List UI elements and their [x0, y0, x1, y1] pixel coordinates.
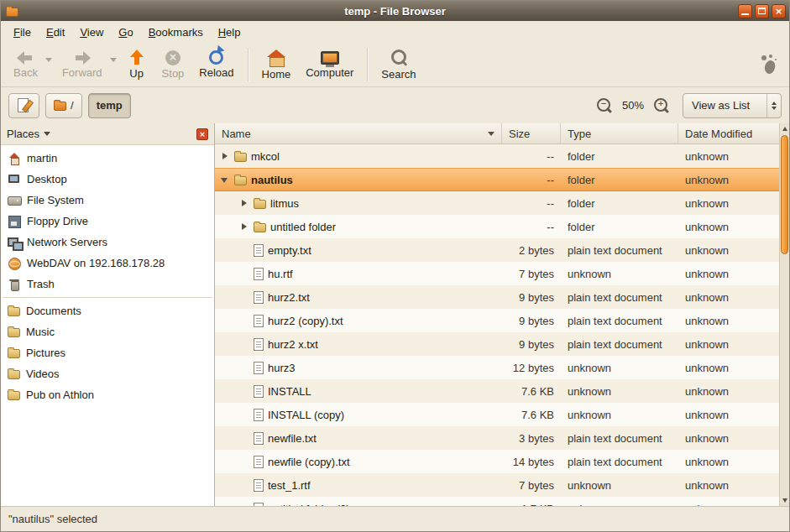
toolbar-button-back[interactable]: Back: [6, 43, 45, 86]
stepper-down-icon: [772, 107, 777, 110]
file-modified: unknown: [678, 473, 779, 497]
file-row[interactable]: hurz2.txt9 bytesplain text documentunkno…: [215, 285, 779, 309]
file-icon: [254, 456, 264, 468]
file-row[interactable]: mkcol--folderunknown: [215, 144, 779, 168]
file-list-pane: NameSizeTypeDate Modified mkcol--folderu…: [215, 123, 789, 506]
vertical-scrollbar[interactable]: [779, 123, 789, 506]
column-header-date-modified[interactable]: Date Modified: [678, 123, 779, 143]
file-row[interactable]: INSTALL (copy)7.6 KBunknownunknown: [215, 403, 779, 426]
sidebar-item-webdav-on-192-168-178-28[interactable]: WebDAV on 192.168.178.28: [1, 253, 214, 274]
menu-item-label: elp: [226, 26, 240, 39]
scrollbar-track[interactable]: [780, 134, 789, 495]
file-name: INSTALL: [268, 385, 311, 398]
folder-icon: [8, 370, 20, 379]
column-dropdown-icon[interactable]: [488, 132, 494, 136]
menu-help[interactable]: Help: [211, 23, 249, 42]
sidebar-item-trash[interactable]: Trash: [1, 274, 214, 295]
file-row[interactable]: hurz2 x.txt9 bytesplain text documentunk…: [215, 332, 779, 356]
column-header-type[interactable]: Type: [561, 123, 678, 143]
expander-open-icon[interactable]: [220, 175, 230, 185]
file-type: folder: [561, 168, 678, 191]
file-row[interactable]: hurz312 bytesunknownunknown: [215, 356, 779, 379]
expander-closed-icon[interactable]: [239, 198, 249, 208]
file-row[interactable]: litmus--folderunknown: [215, 191, 779, 215]
file-browser-window: temp - File Browser FileEditViewGoBookma…: [0, 0, 790, 532]
network-icon: [8, 236, 21, 249]
file-icon: [254, 479, 264, 492]
close-sidebar-button[interactable]: [196, 128, 208, 140]
file-icon: [254, 268, 264, 280]
view-mode-select[interactable]: View as List: [683, 93, 782, 118]
file-name-cell: hurz2 x.txt: [215, 332, 502, 356]
toolbar-button-stop[interactable]: Stop: [154, 43, 192, 86]
expander-closed-icon[interactable]: [239, 222, 249, 232]
sidebar-item-pictures[interactable]: Pictures: [1, 342, 214, 363]
toolbar-button-search[interactable]: Search: [374, 43, 423, 86]
close-button[interactable]: [772, 4, 786, 18]
sidebar-item-music[interactable]: Music: [1, 321, 214, 342]
folder-icon: [254, 223, 266, 232]
maximize-button[interactable]: [755, 4, 769, 18]
folder-icon: [234, 176, 247, 185]
toolbar-button-reload[interactable]: Reload: [191, 43, 241, 86]
sidebar-item-floppy-drive[interactable]: Floppy Drive: [1, 211, 214, 232]
scroll-up-button[interactable]: [780, 123, 789, 134]
column-headers: NameSizeTypeDate Modified: [215, 123, 779, 144]
places-header[interactable]: Places: [1, 123, 214, 145]
menu-go[interactable]: Go: [111, 23, 140, 42]
file-type: plain text document: [561, 238, 678, 262]
file-icon: [254, 362, 264, 374]
scrollbar-thumb[interactable]: [781, 135, 788, 254]
main-area: Places martinDesktopFile SystemFloppy Dr…: [1, 123, 789, 506]
minimize-button[interactable]: [738, 4, 752, 18]
path-button-root[interactable]: /: [45, 93, 82, 118]
toolbar-button-forward[interactable]: Forward: [55, 43, 110, 86]
zoom-in-button[interactable]: [651, 96, 672, 116]
path-button-current[interactable]: temp: [88, 93, 131, 118]
toolbar-button-up[interactable]: Up: [119, 43, 154, 86]
zoom-out-button[interactable]: [594, 96, 615, 116]
file-row[interactable]: newfile (copy).txt14 bytesplain text doc…: [215, 450, 779, 473]
sidebar-item-martin[interactable]: martin: [1, 148, 214, 169]
folder-icon: [254, 200, 266, 209]
toolbar-button-home[interactable]: Home: [254, 43, 299, 86]
sidebar-item-label: martin: [27, 152, 57, 164]
places-list: martinDesktopFile SystemFloppy DriveNetw…: [1, 145, 214, 506]
toggle-location-entry-button[interactable]: [8, 93, 39, 118]
sidebar-item-file-system[interactable]: File System: [1, 190, 214, 211]
file-row[interactable]: untitled folder--folderunknown: [215, 215, 779, 238]
dropdown-arrow-icon[interactable]: [45, 43, 55, 86]
column-header-name[interactable]: Name: [215, 123, 502, 143]
titlebar[interactable]: temp - File Browser: [1, 1, 789, 21]
file-row[interactable]: newfile.txt3 bytesplain text documentunk…: [215, 426, 779, 450]
file-row[interactable]: hu.rtf7 bytesunknownunknown: [215, 262, 779, 285]
file-row[interactable]: nautilus--folderunknown: [215, 168, 779, 191]
sidebar-item-documents[interactable]: Documents: [1, 300, 214, 321]
menu-bookmarks[interactable]: Bookmarks: [141, 23, 211, 42]
sidebar-separator: [3, 297, 212, 298]
sidebar-item-label: Videos: [26, 368, 60, 380]
file-name: litmus: [270, 197, 299, 210]
menu-view[interactable]: View: [72, 23, 111, 42]
file-row[interactable]: test_1.rtf7 bytesunknownunknown: [215, 473, 779, 497]
file-row[interactable]: INSTALL7.6 KBunknownunknown: [215, 379, 779, 403]
sidebar-item-network-servers[interactable]: Network Servers: [1, 232, 214, 253]
file-modified: unknown: [678, 450, 779, 473]
file-row[interactable]: untitled folder (2)1.7 KBunknownunknown: [215, 497, 779, 506]
file-size: --: [502, 215, 561, 238]
file-icon: [254, 338, 264, 351]
menu-file[interactable]: File: [6, 23, 39, 42]
menu-edit[interactable]: Edit: [39, 23, 72, 42]
sidebar-item-videos[interactable]: Videos: [1, 363, 214, 384]
column-header-size[interactable]: Size: [502, 123, 561, 143]
scroll-down-button[interactable]: [780, 495, 789, 506]
dropdown-arrow-icon[interactable]: [110, 43, 119, 86]
toolbar-button-computer[interactable]: Computer: [298, 43, 361, 86]
file-size: 7 bytes: [502, 473, 561, 497]
expander-spacer: [239, 433, 249, 443]
file-row[interactable]: hurz2 (copy).txt9 bytesplain text docume…: [215, 309, 779, 332]
sidebar-item-pub-on-athlon[interactable]: Pub on Athlon: [1, 384, 214, 405]
expander-closed-icon[interactable]: [220, 151, 230, 161]
file-row[interactable]: empty.txt2 bytesplain text documentunkno…: [215, 238, 779, 262]
sidebar-item-desktop[interactable]: Desktop: [1, 169, 214, 190]
